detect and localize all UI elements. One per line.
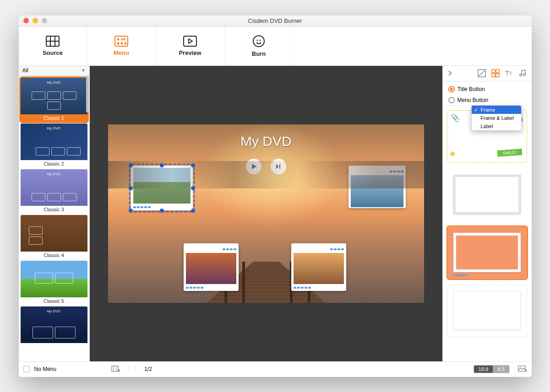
radio-menu-button[interactable]: Menu Button	[448, 97, 526, 103]
svg-point-8	[121, 42, 123, 44]
dropdown-option-frame-label[interactable]: Frame & Label	[472, 114, 521, 122]
radio-menu-label: Menu Button	[457, 97, 489, 103]
svg-text:T: T	[505, 69, 509, 77]
maximize-window-button[interactable]	[42, 18, 47, 23]
preview-canvas-area: My DVD	[90, 66, 442, 361]
svg-point-9	[125, 42, 127, 44]
template-label: Classic 2	[21, 160, 87, 167]
template-item-classic4[interactable]: Classic 4	[21, 215, 87, 259]
template-filter-label: All	[22, 67, 28, 74]
svg-point-5	[117, 38, 120, 40]
svg-rect-10	[184, 36, 196, 46]
close-window-button[interactable]	[23, 18, 29, 23]
background-image-button[interactable]	[518, 365, 527, 373]
chapter-thumbnail-1[interactable]	[131, 166, 193, 210]
template-filter-dropdown[interactable]: All ▼	[19, 66, 89, 76]
svg-rect-6	[121, 38, 126, 40]
tab-menu-label: Menu	[114, 49, 129, 56]
aspect-ratio-toggle: 16:9 4:3	[474, 365, 510, 373]
preview-icon	[183, 36, 197, 47]
svg-marker-15	[252, 164, 256, 169]
tab-music-icon[interactable]	[519, 69, 527, 77]
app-window: Cisdem DVD Burner Source Menu Preview B	[19, 16, 532, 377]
template-label: Classic 1	[21, 114, 87, 122]
chapter-thumbnail-4[interactable]	[291, 243, 346, 291]
svg-rect-23	[496, 74, 499, 77]
next-button[interactable]	[271, 159, 286, 174]
svg-rect-17	[279, 164, 280, 169]
dropdown-option-label[interactable]: Label	[472, 122, 521, 130]
frame-item-bevel[interactable]	[447, 168, 527, 221]
templates-sidebar: All ▼ My DVD Classic 1 My DVD Classic 2 …	[19, 66, 90, 361]
tab-burn[interactable]: Burn	[225, 27, 294, 65]
radio-title-button[interactable]: Title Button	[448, 86, 526, 92]
svg-rect-4	[115, 36, 128, 46]
template-item-classic5[interactable]: Classic 5	[21, 261, 87, 305]
frame-style-dropdown[interactable]: Frame Frame & Label Label	[471, 105, 522, 131]
menu-canvas[interactable]: My DVD	[108, 124, 424, 303]
ratio-16-9-button[interactable]: 16:9	[474, 365, 493, 373]
tab-preview[interactable]: Preview	[156, 27, 225, 65]
tab-menu[interactable]: Menu	[87, 27, 156, 65]
templates-scrollbar[interactable]	[86, 76, 89, 113]
tab-source-label: Source	[43, 49, 63, 56]
frames-list[interactable]: 📎 ★ SMILE!	[443, 106, 532, 361]
tab-burn-label: Burn	[252, 50, 266, 57]
svg-rect-28	[112, 366, 118, 371]
template-label: Classic 5	[21, 297, 87, 305]
prev-page-button[interactable]: 〈	[124, 365, 131, 373]
play-button[interactable]	[246, 159, 261, 174]
button-type-group: Title Button Menu Button	[443, 81, 532, 106]
frame-item-stamp[interactable]	[447, 285, 527, 337]
tab-frames-icon[interactable]	[491, 69, 500, 77]
svg-rect-22	[492, 74, 495, 77]
radio-on-icon	[448, 86, 455, 92]
dropdown-option-frame[interactable]: Frame	[472, 106, 521, 114]
svg-point-7	[117, 42, 120, 44]
template-label	[21, 343, 87, 345]
add-page-icon[interactable]	[111, 365, 120, 373]
svg-point-14	[260, 39, 261, 41]
no-menu-checkbox[interactable]	[23, 366, 30, 372]
no-menu-label: No Menu	[34, 366, 57, 372]
radio-title-label: Title Button	[457, 86, 485, 92]
template-item-classic2[interactable]: My DVD Classic 2	[21, 124, 87, 167]
svg-rect-20	[492, 70, 495, 73]
page-indicator: 1/2	[144, 366, 152, 372]
main-toolbar: Source Menu Preview Burn	[19, 27, 532, 66]
footer-bar: No Menu 〈 〉 1/2 16:9 4:3	[19, 361, 532, 377]
minimize-window-button[interactable]	[33, 18, 38, 23]
svg-point-27	[523, 74, 525, 76]
content-area: All ▼ My DVD Classic 1 My DVD Classic 2 …	[19, 66, 532, 361]
chapter-thumbnail-3[interactable]	[184, 243, 239, 291]
title-bar: Cisdem DVD Burner	[19, 16, 532, 27]
svg-text:T: T	[509, 71, 512, 76]
template-label: Classic 4	[21, 252, 87, 259]
tab-source[interactable]: Source	[19, 27, 87, 65]
tab-text-icon[interactable]: TT	[505, 69, 513, 77]
window-title: Cisdem DVD Burner	[19, 17, 532, 24]
source-icon	[46, 36, 60, 47]
svg-marker-11	[189, 39, 192, 43]
frame-item-orange[interactable]	[447, 226, 527, 279]
template-item-classic1[interactable]: My DVD Classic 1	[21, 78, 87, 122]
template-item-classic6[interactable]: My DVD	[21, 306, 87, 345]
tab-background-icon[interactable]	[478, 69, 486, 77]
burn-icon	[252, 35, 265, 48]
traffic-lights	[23, 18, 47, 23]
template-item-classic3[interactable]: My DVD Classic 3	[21, 169, 87, 213]
chapter-thumbnail-2[interactable]	[349, 166, 406, 208]
templates-list[interactable]: My DVD Classic 1 My DVD Classic 2 My DVD…	[19, 76, 89, 347]
svg-marker-16	[276, 164, 279, 169]
ratio-4-3-button[interactable]: 4:3	[493, 365, 509, 373]
tab-preview-label: Preview	[179, 49, 201, 56]
next-page-button[interactable]: 〉	[134, 365, 141, 373]
chevron-down-icon: ▼	[82, 68, 86, 73]
dvd-menu-title[interactable]: My DVD	[108, 134, 424, 149]
collapse-panel-button[interactable]	[447, 70, 452, 76]
menu-icon	[114, 36, 128, 47]
svg-point-12	[253, 36, 264, 47]
dvd-play-controls	[108, 159, 424, 174]
properties-tabs: TT	[443, 66, 532, 81]
radio-off-icon	[448, 97, 455, 103]
